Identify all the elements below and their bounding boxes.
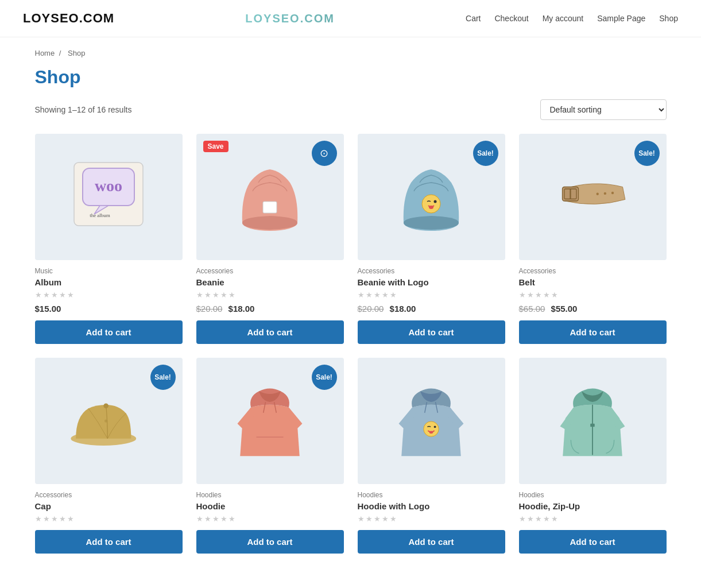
- star-2: ★: [366, 514, 373, 523]
- star-5: ★: [228, 514, 235, 523]
- product-rating: ★ ★ ★ ★ ★: [358, 514, 505, 523]
- product-name: Cap: [35, 501, 183, 511]
- star-5: ★: [551, 291, 558, 299]
- shop-toolbar: Showing 1–12 of 16 results Default sorti…: [35, 99, 667, 120]
- add-to-cart-hoodie[interactable]: Add to cart: [196, 530, 344, 554]
- star-4: ★: [220, 291, 227, 299]
- star-1: ★: [519, 514, 526, 523]
- product-category: Accessories: [358, 267, 505, 275]
- star-4: ★: [543, 291, 550, 299]
- star-5: ★: [228, 291, 235, 299]
- star-1: ★: [358, 291, 365, 299]
- product-rating: ★ ★ ★ ★ ★: [519, 514, 667, 523]
- product-rating: ★ ★ ★ ★ ★: [196, 291, 344, 299]
- breadcrumb: Home / Shop: [35, 49, 667, 57]
- svg-point-19: [104, 419, 107, 422]
- product-image-wrap: Save ⊙: [196, 134, 344, 260]
- save-badge: Save: [203, 141, 228, 152]
- product-category: Hoodies: [358, 491, 505, 499]
- product-price: $65.00 $55.00: [519, 304, 667, 314]
- product-image-hoodie: [230, 375, 310, 467]
- product-category: Accessories: [196, 267, 344, 275]
- star-4: ★: [382, 514, 389, 523]
- logo-center: LOYSEO.COM: [245, 12, 335, 25]
- product-image-wrap: Sale!: [358, 134, 505, 260]
- star-5: ★: [390, 514, 397, 523]
- product-name: Album: [35, 277, 183, 287]
- product-image-hoodie-zip: [552, 375, 633, 467]
- star-1: ★: [358, 514, 365, 523]
- product-image-wrap: [358, 358, 505, 484]
- sort-select[interactable]: Default sorting Sort by popularity Sort …: [540, 99, 667, 120]
- svg-rect-29: [590, 424, 595, 427]
- star-2: ★: [43, 291, 50, 299]
- nav-shop[interactable]: Shop: [659, 14, 678, 23]
- nav-sample-page[interactable]: Sample Page: [597, 14, 645, 23]
- add-to-cart-album[interactable]: Add to cart: [35, 320, 183, 344]
- add-to-cart-cap[interactable]: Add to cart: [35, 530, 183, 554]
- star-4: ★: [59, 291, 66, 299]
- add-to-cart-beanie[interactable]: Add to cart: [196, 320, 344, 344]
- star-2: ★: [527, 291, 534, 299]
- star-1: ★: [35, 291, 42, 299]
- product-card-beanie: Save ⊙ Accessories Beanie ★: [196, 134, 344, 344]
- product-rating: ★ ★ ★ ★ ★: [358, 291, 505, 299]
- star-1: ★: [196, 514, 203, 523]
- product-rating: ★ ★ ★ ★ ★: [519, 291, 667, 299]
- product-image-cap: [68, 375, 149, 467]
- product-category: Hoodies: [196, 491, 344, 499]
- add-to-cart-hoodie-zip[interactable]: Add to cart: [519, 530, 667, 554]
- star-2: ★: [43, 514, 50, 523]
- add-to-cart-beanie-logo[interactable]: Add to cart: [358, 320, 505, 344]
- svg-point-14: [597, 193, 599, 195]
- svg-point-23: [424, 421, 439, 436]
- product-image-wrap: Sale!: [35, 358, 183, 484]
- product-category: Hoodies: [519, 491, 667, 499]
- product-name: Beanie with Logo: [358, 277, 505, 287]
- quickview-icon[interactable]: ⊙: [312, 141, 337, 166]
- star-1: ★: [196, 291, 203, 299]
- product-image-beanie: [230, 151, 310, 243]
- nav-checkout[interactable]: Checkout: [494, 14, 528, 23]
- product-price: $20.00 $18.00: [196, 304, 344, 314]
- svg-point-25: [429, 431, 433, 434]
- product-image-wrap: Sale!: [196, 358, 344, 484]
- nav-cart[interactable]: Cart: [466, 14, 481, 23]
- breadcrumb-current: Shop: [68, 49, 85, 57]
- nav-my-account[interactable]: My account: [543, 14, 584, 23]
- star-5: ★: [67, 514, 74, 523]
- logo-left: LOYSEO.COM: [23, 11, 114, 26]
- product-category: Music: [35, 267, 183, 275]
- star-2: ★: [204, 514, 211, 523]
- star-1: ★: [35, 514, 42, 523]
- svg-point-8: [422, 195, 440, 213]
- product-category: Accessories: [35, 491, 183, 499]
- product-card-hoodie: Sale!: [196, 358, 344, 554]
- product-image-wrap: Sale!: [519, 134, 667, 260]
- star-3: ★: [51, 291, 58, 299]
- product-name: Hoodie, Zip-Up: [519, 501, 667, 511]
- sale-badge: Sale!: [312, 365, 337, 390]
- breadcrumb-home[interactable]: Home: [35, 49, 55, 57]
- svg-point-24: [434, 425, 436, 428]
- main-nav: Cart Checkout My account Sample Page Sho…: [466, 14, 678, 23]
- product-image-wrap: [519, 358, 667, 484]
- product-name: Belt: [519, 277, 667, 287]
- star-4: ★: [382, 291, 389, 299]
- star-3: ★: [374, 514, 381, 523]
- product-image-beanie-logo: [391, 151, 471, 243]
- add-to-cart-belt[interactable]: Add to cart: [519, 320, 667, 344]
- svg-point-16: [611, 192, 614, 194]
- product-category: Accessories: [519, 267, 667, 275]
- product-card-hoodie-logo: Hoodies Hoodie with Logo ★ ★ ★ ★ ★ Add t…: [358, 358, 505, 554]
- star-4: ★: [543, 514, 550, 523]
- product-card-hoodie-zip: Hoodies Hoodie, Zip-Up ★ ★ ★ ★ ★ Add to …: [519, 358, 667, 554]
- svg-point-10: [429, 206, 433, 209]
- product-card-cap: Sale! Accessories Cap: [35, 358, 183, 554]
- sale-badge: Sale!: [473, 141, 498, 166]
- product-image-hoodie-logo: [391, 375, 471, 467]
- star-4: ★: [59, 514, 66, 523]
- add-to-cart-hoodie-logo[interactable]: Add to cart: [358, 530, 505, 554]
- star-5: ★: [551, 514, 558, 523]
- product-name: Beanie: [196, 277, 344, 287]
